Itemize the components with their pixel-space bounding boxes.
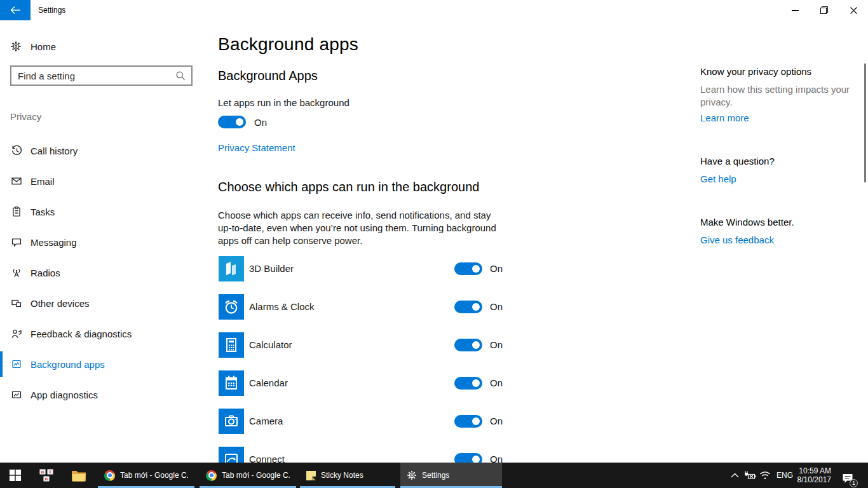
sidebar-item-email[interactable]: Email [0,166,203,196]
sidebar-item-label: Email [31,176,55,187]
taskbar-task-chrome-2[interactable]: Tab mới - Google C... [200,463,296,488]
have-a-question-title: Have a question? [700,156,775,166]
back-button[interactable] [0,0,31,20]
task-label: Tab mới - Google C... [120,471,188,480]
search-input[interactable] [11,71,175,81]
app-toggle-state: On [490,256,503,281]
unikey-input-button[interactable]: uin [32,463,62,488]
sidebar-item-label: Feedback & diagnostics [31,329,132,339]
app-row-calculator: Calculator On [218,332,510,370]
window-controls [780,0,868,20]
task-label: Tab mới - Google C... [222,471,290,480]
camera-app-icon [219,409,244,434]
sidebar-item-label: Background apps [31,359,105,370]
back-arrow-icon [10,6,21,15]
restore-button[interactable] [810,0,839,20]
tray-power-status-button[interactable] [742,463,757,488]
titlebar: Settings [0,0,868,20]
taskbar: uin Tab mới - Google C... Tab mới - Goog… [0,463,868,488]
alarms-clock-app-icon [219,294,244,320]
privacy-options-description: Learn how this setting impacts your priv… [700,83,851,109]
calculator-app-icon [219,332,244,358]
tray-wifi-button[interactable] [757,463,773,488]
chrome-icon [206,470,217,481]
power-plug-icon [743,470,756,480]
background-apps-icon [10,358,22,370]
sidebar-item-background-apps[interactable]: Background apps [0,349,203,379]
window-title: Settings [38,0,65,20]
master-toggle[interactable] [218,116,246,128]
app-diagnostics-icon [10,389,22,400]
taskbar-task-settings[interactable]: Settings [400,463,502,488]
settings-gear-icon [407,470,417,480]
sidebar-item-label: Tasks [31,207,55,217]
sidebar-item-app-diagnostics[interactable]: App diagnostics [0,379,203,410]
master-toggle-state: On [254,117,267,128]
vertical-scrollbar[interactable] [864,64,866,182]
app-toggle-state: On [490,409,503,434]
sticky-notes-icon [306,471,316,480]
learn-more-link[interactable]: Learn more [700,112,749,123]
app-row-3d-builder: 3D Builder On [218,256,510,294]
toggle-knob [472,303,480,311]
home-label: Home [31,41,56,52]
windows-logo-icon [10,470,21,481]
app-toggle-calculator[interactable] [454,339,482,351]
app-row-calendar: Calendar On [218,370,510,409]
app-name: 3D Builder [249,256,294,281]
app-name: Alarms & Clock [249,294,315,320]
sidebar-item-radios[interactable]: Radios [0,257,203,288]
app-toggle-3d-builder[interactable] [454,262,482,275]
sidebar-item-call-history[interactable]: Call history [0,135,203,166]
toggle-knob [236,118,243,126]
app-toggle-camera[interactable] [454,415,482,428]
tray-clock[interactable]: 10:59 AM 8/10/2017 [796,463,831,488]
radios-icon [10,267,22,278]
privacy-section-label: Privacy [10,111,41,122]
tray-language-indicator[interactable]: ENG [774,463,796,488]
app-list: 3D Builder On Alarms & Clock On Calculat… [218,256,510,485]
search-icon [175,71,186,81]
file-explorer-button[interactable] [64,463,94,488]
sidebar-item-home[interactable]: Home [0,36,203,57]
email-icon [10,175,22,187]
sidebar-item-messaging[interactable]: Messaging [0,227,203,257]
sidebar-item-label: App diagnostics [31,390,98,400]
section-choose-apps-title: Choose which apps can run in the backgro… [218,180,479,194]
feedback-diagnostics-icon [10,328,22,339]
right-info-panel: Know your privacy options Learn how this… [700,20,857,463]
taskbar-task-chrome-1[interactable]: Tab mới - Google C... [98,463,194,488]
app-name: Calendar [249,370,288,396]
app-toggle-state: On [490,332,503,358]
toggle-knob [472,341,480,349]
close-button[interactable] [839,0,868,20]
toggle-knob [472,379,480,387]
call-history-icon [10,145,22,156]
tray-show-hidden-icons-button[interactable] [727,463,742,488]
app-toggle-calendar[interactable] [454,377,482,390]
start-button[interactable] [0,463,31,488]
tray-date: 8/10/2017 [797,475,831,484]
taskbar-task-sticky-notes[interactable]: Sticky Notes [300,463,395,488]
toggle-knob [472,265,480,273]
wifi-icon [759,471,771,480]
app-toggle-state: On [490,294,503,320]
app-toggle-alarms-clock[interactable] [454,301,482,313]
get-help-link[interactable]: Get help [700,173,736,184]
unikey-keyboard-icon: uin [39,469,55,482]
calendar-app-icon [219,370,244,396]
minimize-button[interactable] [780,0,810,20]
tasks-icon [10,206,22,217]
sidebar-item-tasks[interactable]: Tasks [0,196,203,227]
app-name: Camera [249,409,283,434]
sidebar-item-other-devices[interactable]: Other devices [0,288,203,318]
sidebar-item-label: Radios [31,268,60,278]
give-us-feedback-link[interactable]: Give us feedback [700,234,774,245]
settings-window: Settings Home Privacy [0,0,868,488]
action-center-button[interactable]: 1 [835,463,860,488]
app-row-alarms-clock: Alarms & Clock On [218,294,510,332]
sidebar-item-feedback-diagnostics[interactable]: Feedback & diagnostics [0,318,203,349]
app-toggle-state: On [490,370,503,396]
section-background-apps-title: Background Apps [218,69,318,83]
privacy-statement-link[interactable]: Privacy Statement [218,142,295,153]
